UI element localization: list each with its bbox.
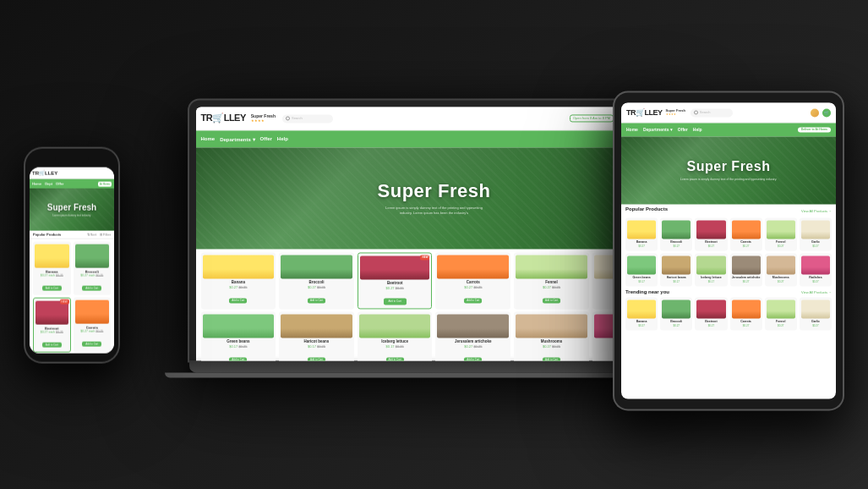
tablet-trend-img-6 xyxy=(801,299,830,318)
product-img-haricot xyxy=(281,314,352,338)
list-item: Banana $0.27 xyxy=(625,297,658,330)
list-item: Fennel $0.27 xyxy=(765,297,797,330)
product-img-broccoli xyxy=(281,255,352,278)
laptop-hero: Super Fresh Lorem ipsum is simply dummy … xyxy=(196,147,673,249)
tablet-nav-offer[interactable]: Offer xyxy=(678,127,688,132)
tablet-product-price: $0.17 xyxy=(696,280,725,283)
phone-nav-offer[interactable]: Offer xyxy=(56,182,64,186)
tablet-product-name: Banana xyxy=(627,240,656,244)
phone-filter-btn[interactable]: ⊞ Filter xyxy=(100,233,111,237)
product-img-mushroom xyxy=(516,314,587,338)
tablet-product-name: Fennel xyxy=(767,240,795,244)
list-item: Broccoli $0.27 xyxy=(660,297,692,330)
tablet-store-rating: ★★★★ xyxy=(666,113,685,116)
list-item: Mushrooms $0.27 xyxy=(765,253,797,286)
tablet-nav-home[interactable]: Home xyxy=(626,127,638,132)
add-to-cart-beans[interactable]: Add to Cart xyxy=(229,357,247,360)
laptop-nav-departments[interactable]: Departments ▾ xyxy=(220,136,254,142)
laptop-nav-offer[interactable]: Offer xyxy=(260,136,272,141)
product-name-beetroot: Beetroot xyxy=(360,281,430,285)
product-name-fennel: Fennel xyxy=(516,280,587,284)
tablet-product-price: $0.17 xyxy=(662,280,691,283)
tablet-view-all-2[interactable]: View All Products → xyxy=(801,290,832,294)
tablet-product-name: Broccoli xyxy=(662,240,691,244)
badge-new-beetroot: NEW xyxy=(420,255,429,260)
tablet-view-all[interactable]: View All Products → xyxy=(801,209,832,213)
table-row: Iceberg lettuce $0.17 $0.25 Add to Cart xyxy=(358,311,433,360)
tablet-product-img-mushroom xyxy=(767,255,795,274)
tablet-product-price: $0.27 xyxy=(627,244,656,248)
list-item: NEW Beetroot $0.27 each $0.35 Add to Car… xyxy=(33,298,71,353)
laptop-search[interactable]: Search xyxy=(282,114,333,123)
phone-screen: TR🛒LLEY Home Dept Offer At Homs Super Fr… xyxy=(30,168,114,354)
tablet-trend-img-4 xyxy=(732,299,761,318)
search-icon xyxy=(286,116,290,120)
phone-badge-new: NEW xyxy=(60,299,69,305)
tablet-product-name: Garlic xyxy=(801,240,830,244)
phone-add-broccoli[interactable]: Add to Cart xyxy=(82,286,101,291)
phone-notch xyxy=(55,157,89,164)
add-to-cart-mushroom[interactable]: Add to Cart xyxy=(543,357,560,360)
tablet-search-icon xyxy=(694,110,698,114)
phone-nav-home[interactable]: Home xyxy=(32,182,41,186)
phone-product-price-carrot: $0.27 each $0.25 xyxy=(75,330,110,333)
phone-nav-dept[interactable]: Dept xyxy=(45,182,52,186)
phone-deliver-badge[interactable]: At Homs xyxy=(98,181,112,186)
tablet-trend-name-6: Garlic xyxy=(801,320,830,323)
add-to-cart-artichoke[interactable]: Add to Cart xyxy=(464,357,482,360)
phone-product-img-banana xyxy=(35,244,69,268)
phone-add-carrot[interactable]: Add to Cart xyxy=(82,342,101,347)
phone-sort-btn[interactable]: ⇅ Sort xyxy=(87,233,96,237)
add-to-cart-broccoli[interactable]: Add to Cart xyxy=(308,298,325,303)
tablet-product-price: $0.27 xyxy=(662,244,691,248)
tablet-nav-help[interactable]: Help xyxy=(693,127,702,132)
add-to-cart-fennel[interactable]: Add to Cart xyxy=(543,298,560,303)
laptop-open-hours: Open from 8 Am to 8 PM xyxy=(570,114,614,122)
tablet-deliver-badge[interactable]: Deliver to At Homs xyxy=(798,127,831,132)
phone-add-beetroot[interactable]: Add to Cart xyxy=(42,343,62,348)
tablet-search[interactable]: Search xyxy=(691,108,733,117)
product-price-broccoli: $0.27 $0.35 xyxy=(281,285,352,289)
tablet-trend-img-5 xyxy=(767,299,795,318)
phone-product-price-broccoli: $0.27 each $0.35 xyxy=(75,274,110,277)
list-item: Beetroot $0.27 xyxy=(695,297,727,330)
tablet-product-name: Mushrooms xyxy=(767,276,795,279)
tablet-trend-name-5: Fennel xyxy=(767,320,795,323)
list-item: Beetroot $0.27 xyxy=(695,217,727,250)
tablet-product-img-artichoke xyxy=(732,255,761,274)
tablet-product-price: $0.27 xyxy=(732,244,761,248)
tablet-product-img-banana xyxy=(627,220,656,239)
tablet-nav-departments[interactable]: Departments ▾ xyxy=(643,127,673,132)
product-img-lettuce xyxy=(359,314,431,338)
phone-add-banana[interactable]: Add to Cart xyxy=(42,286,62,291)
tablet-trend-price-6: $0.27 xyxy=(801,324,830,327)
tablet-nav: Home Departments ▾ Offer Help Deliver to… xyxy=(621,123,836,136)
tablet-products: Popular Products View All Products → Ban… xyxy=(621,204,836,332)
laptop-products: Banana $0.27 $0.35 Add to Cart Broccoli … xyxy=(196,249,673,360)
tablet-product-img-radish xyxy=(801,255,830,274)
tablet-header: TR🛒LLEY Super Fresh ★★★★ Search 🛒 xyxy=(621,102,836,123)
tablet-trending-section: Trending near you View All Products → Ba… xyxy=(625,289,832,330)
laptop-nav-help[interactable]: Help xyxy=(277,136,288,141)
tablet-trend-price-3: $0.27 xyxy=(696,324,725,327)
laptop-nav-home[interactable]: Home xyxy=(201,136,216,141)
add-to-cart-haricot[interactable]: Add to Cart xyxy=(308,357,325,360)
tablet-trend-price-2: $0.27 xyxy=(662,324,691,327)
list-item: Haricot beans $0.17 xyxy=(660,253,692,286)
product-name-lettuce: Iceberg lettuce xyxy=(359,339,431,343)
phone-hero-title: Super Fresh xyxy=(47,202,96,212)
add-to-cart-lettuce[interactable]: Add to Cart xyxy=(386,357,404,360)
tablet-trend-img-3 xyxy=(696,299,725,318)
tablet-cart-icon[interactable]: 🛒 xyxy=(822,108,831,117)
add-to-cart-banana[interactable]: Add to Cart xyxy=(229,298,247,303)
laptop-device: TR🛒LLEY Super Fresh ★★★★ Search Open fro… xyxy=(189,100,680,377)
add-to-cart-beetroot[interactable]: Add to Cart xyxy=(384,298,407,305)
list-item: Carrots $0.27 each $0.25 Add to Cart xyxy=(74,298,112,353)
list-item: Iceberg lettuce $0.17 xyxy=(695,253,727,286)
laptop-logo: TR🛒LLEY xyxy=(201,113,246,124)
table-row: NEW Beetroot $0.27 $0.35 Add to Cart xyxy=(358,252,433,309)
tablet-trend-price-4: $0.27 xyxy=(732,324,761,327)
laptop-hero-sub: Lorem ipsum is simply dummy text of the … xyxy=(384,206,485,216)
table-row: Mushrooms $0.27 $0.25 Add to Cart xyxy=(514,311,589,360)
add-to-cart-carrot[interactable]: Add to Cart xyxy=(464,298,482,303)
